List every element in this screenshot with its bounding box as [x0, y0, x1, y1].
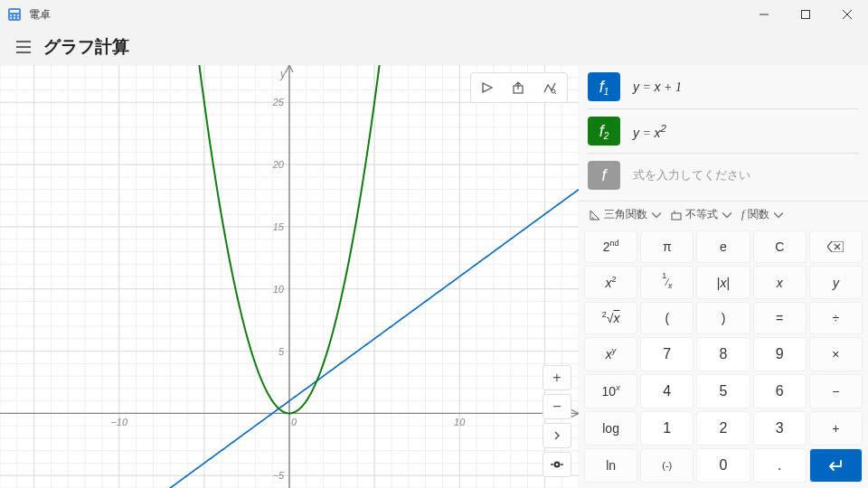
function-row-2[interactable]: f2y = x2	[588, 115, 859, 147]
key-add[interactable]: +	[809, 411, 863, 446]
svg-rect-1	[10, 10, 19, 13]
key-div[interactable]: ÷	[809, 302, 863, 334]
svg-line-114	[554, 92, 556, 94]
svg-point-116	[556, 464, 559, 466]
key-enter[interactable]	[809, 448, 863, 483]
key-9[interactable]: 9	[753, 337, 807, 371]
fit-view-button[interactable]	[542, 452, 571, 477]
function-row-1[interactable]: f1y = x + 1	[588, 70, 859, 103]
key-1[interactable]: 1	[640, 411, 693, 446]
key-xsq[interactable]: x2	[584, 266, 637, 299]
inequality-icon	[671, 210, 682, 221]
key-tenx[interactable]: 10x	[584, 374, 637, 408]
graph-options-button[interactable]	[534, 75, 565, 100]
key-xy[interactable]: xy	[584, 337, 637, 371]
svg-point-3	[14, 14, 15, 16]
key-eq[interactable]: =	[753, 302, 807, 334]
function-expression[interactable]: y = x + 1	[633, 80, 682, 95]
category-inequality[interactable]: 不等式	[671, 207, 732, 222]
chevron-down-icon	[651, 210, 662, 221]
key-sign[interactable]: (-)	[640, 448, 693, 483]
calculator-app-icon	[7, 7, 22, 22]
key-recip[interactable]: 1⁄x	[640, 266, 693, 299]
category-trig[interactable]: 三角関数	[590, 207, 662, 222]
key-2[interactable]: 2	[696, 411, 750, 446]
function-placeholder[interactable]: 式を入力してください	[633, 167, 750, 183]
window-title: 電卓	[29, 7, 743, 23]
graph-area[interactable]: −10010−5510152025xy + −	[0, 65, 579, 488]
key-nroot[interactable]: 2√x	[584, 302, 637, 334]
collapse-panel-button[interactable]	[542, 423, 571, 448]
svg-text:15: 15	[273, 221, 285, 232]
svg-text:−10: −10	[110, 417, 128, 427]
function-list: f1y = x + 1f2y = x2f式を入力してください	[579, 65, 868, 201]
maximize-button[interactable]	[785, 0, 826, 29]
key-0[interactable]: 0	[696, 448, 750, 483]
key-rparen[interactable]: )	[696, 302, 750, 334]
mode-title: グラフ計算	[43, 35, 129, 59]
function-expression[interactable]: y = x2	[633, 122, 666, 141]
key-pi[interactable]: π	[640, 230, 693, 263]
svg-text:10: 10	[454, 417, 466, 427]
svg-text:0: 0	[291, 417, 297, 427]
key-clear[interactable]: C	[753, 230, 807, 263]
category-trig-label: 三角関数	[604, 207, 647, 222]
key-sub[interactable]: −	[809, 374, 863, 408]
svg-rect-119	[672, 213, 681, 220]
svg-point-6	[14, 17, 15, 19]
svg-text:20: 20	[272, 159, 285, 170]
content: −10010−5510152025xy + − f1y = x + 1f2	[0, 65, 868, 488]
key-6[interactable]: 6	[753, 374, 807, 408]
zoom-in-button[interactable]: +	[542, 365, 571, 390]
key-mul[interactable]: ×	[809, 337, 863, 371]
function-badge[interactable]: f	[588, 161, 620, 190]
key-lparen[interactable]: (	[640, 302, 693, 334]
function-badge[interactable]: f2	[588, 117, 620, 145]
svg-text:5: 5	[278, 346, 285, 357]
zoom-out-button[interactable]: −	[542, 394, 571, 419]
function-badge[interactable]: f1	[588, 72, 620, 101]
svg-rect-9	[802, 11, 810, 19]
function-row-3[interactable]: f式を入力してください	[588, 159, 859, 192]
key-5[interactable]: 5	[696, 374, 750, 408]
key-4[interactable]: 4	[640, 374, 693, 408]
svg-point-2	[10, 14, 12, 16]
svg-text:y: y	[279, 68, 287, 80]
keypad: 2ndπeCx21⁄x|x|xy2√x()=÷xy789×10x456−log1…	[579, 228, 868, 488]
svg-point-7	[17, 17, 19, 19]
graph-canvas: −10010−5510152025xy	[0, 65, 579, 488]
angle-icon	[590, 210, 600, 221]
svg-point-4	[17, 14, 19, 16]
key-bksp[interactable]	[809, 230, 863, 263]
key-x[interactable]: x	[753, 266, 807, 299]
titlebar: 電卓	[0, 0, 868, 29]
key-second[interactable]: 2nd	[584, 230, 637, 263]
side-panel: f1y = x + 1f2y = x2f式を入力してください 三角関数 不等式 …	[579, 65, 868, 488]
svg-text:25: 25	[272, 97, 285, 108]
svg-text:−5: −5	[272, 470, 284, 481]
key-7[interactable]: 7	[640, 337, 693, 371]
close-button[interactable]	[826, 0, 868, 29]
key-log[interactable]: log	[584, 411, 637, 446]
share-button[interactable]	[504, 75, 534, 100]
category-functions-label: 関数	[748, 207, 769, 222]
svg-point-5	[10, 17, 12, 19]
trace-button[interactable]	[473, 75, 504, 100]
category-functions[interactable]: f 関数	[741, 207, 784, 222]
keypad-category-row: 三角関数 不等式 f 関数	[579, 201, 868, 228]
hamburger-menu-button[interactable]	[7, 31, 40, 63]
zoom-toolbar: + −	[542, 365, 571, 477]
key-ln[interactable]: ln	[584, 448, 637, 483]
key-y[interactable]: y	[809, 266, 863, 299]
chevron-down-icon	[722, 210, 732, 221]
function-f-icon: f	[741, 208, 744, 221]
key-dot[interactable]: .	[753, 448, 807, 483]
key-abs[interactable]: |x|	[696, 266, 750, 299]
svg-text:10: 10	[273, 284, 285, 295]
graph-toolbar	[470, 72, 568, 103]
minimize-button[interactable]	[743, 0, 785, 29]
key-3[interactable]: 3	[753, 411, 807, 446]
key-e[interactable]: e	[696, 230, 750, 263]
chevron-down-icon	[773, 210, 784, 221]
key-8[interactable]: 8	[696, 337, 750, 371]
